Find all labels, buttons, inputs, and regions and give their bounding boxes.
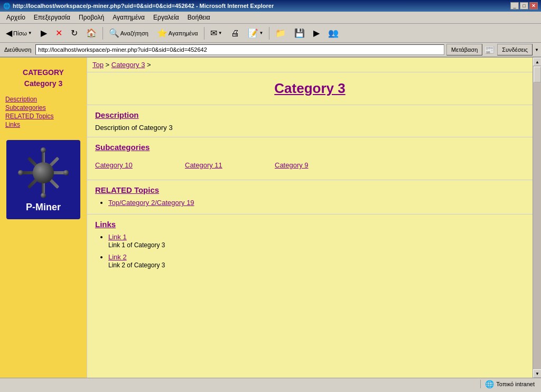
arm-ball-bottom [41,193,46,198]
edit-dropdown-icon[interactable]: ▼ [259,31,264,35]
intranet-icon: 🌐 [485,380,494,388]
search-icon: 🔍 [109,28,119,38]
window-controls[interactable]: _ □ ✕ [510,2,538,10]
sidebar-link-links[interactable]: Links [5,121,81,128]
separator [102,27,103,40]
sidebar-link-description[interactable]: Description [5,96,81,103]
link-1-name[interactable]: Link 2 [108,253,525,261]
edit-icon: 📝 [248,28,258,38]
related-section: RELATED Topics Top/Category 2/Category 1… [87,180,533,214]
folder-button[interactable]: 📁 [272,26,290,41]
arm-ball-left [18,170,23,175]
address-label: Διεύθυνση [2,46,33,53]
browser-content: CATEGORY Category 3 Description Subcateg… [0,58,541,378]
subcategory-link-1[interactable]: Category 11 [185,161,264,169]
subcategory-link-0[interactable]: Category 10 [95,161,174,169]
status-bar: 🌐 Τοπικό intranet [0,378,541,389]
mail-button[interactable]: ✉ ▼ [207,26,226,41]
scroll-track[interactable] [533,66,541,369]
arm-ball-top [41,147,46,153]
menu-file[interactable]: Αρχείο [2,13,30,22]
users-button[interactable]: 👥 [324,26,342,41]
separator3 [269,27,269,40]
breadcrumb-sep2: > [147,61,151,69]
category-title-section: Category 3 [87,72,533,105]
breadcrumb-top[interactable]: Top [92,61,104,69]
link-0-name[interactable]: Link 1 [108,233,525,241]
save-icon: 💾 [294,28,305,38]
links-list: Link 1 Link 1 of Category 3 Link 2 Link … [108,233,525,269]
link-1-desc: Link 2 of Category 3 [108,262,165,269]
mail-dropdown-icon[interactable]: ▼ [218,31,222,35]
subcategories-section: Subcategories Category 10 Category 11 Ca… [87,137,533,180]
related-list: Top/Category 2/Category 19 [108,199,525,207]
home-button[interactable]: 🏠 [82,26,100,41]
edit-button[interactable]: 📝 ▼ [244,26,267,41]
link-item-0: Link 1 Link 1 of Category 3 [108,233,525,249]
menu-favorites[interactable]: Αγαπημένα [108,13,149,22]
sidebar-link-related[interactable]: RELATED Topics [5,113,81,120]
menu-bar: Αρχείο Επεξεργασία Προβολή Αγαπημένα Εργ… [0,12,541,24]
menu-tools[interactable]: Εργαλεία [149,13,183,22]
subcategory-link-2[interactable]: Category 9 [275,161,354,169]
print-icon: 🖨 [231,29,239,38]
links-section: Links Link 1 Link 1 of Category 3 Link 2… [87,214,533,278]
go-button[interactable]: Μετάβαση [446,44,482,55]
arm-ball-right [63,170,69,175]
rss-icon: 📰 [484,45,495,55]
scroll-up-button[interactable]: ▲ [533,58,541,66]
refresh-button[interactable]: ↻ [67,26,81,41]
ie-icon: 🌐 [3,3,11,10]
sidebar: CATEGORY Category 3 Description Subcateg… [0,58,87,378]
stop-button[interactable]: ✕ [52,26,66,41]
page-wrapper: CATEGORY Category 3 Description Subcateg… [0,58,541,378]
menu-view[interactable]: Προβολή [74,13,108,22]
mail-icon: ✉ [210,28,217,38]
breadcrumb: Top > Category 3 > [87,58,533,72]
close-button[interactable]: ✕ [529,2,538,10]
print-button[interactable]: 🖨 [227,26,243,41]
forward-button[interactable]: ▶ [37,26,51,41]
save-button[interactable]: 💾 [291,26,309,41]
related-list-item: Top/Category 2/Category 19 [108,199,525,207]
sidebar-header: CATEGORY Category 3 [0,58,87,90]
home-icon: 🏠 [86,28,97,38]
title-bar-text: 🌐 http://localhost/workspace/p-miner.php… [3,3,274,10]
sidebar-link-subcategories[interactable]: Subcategories [5,104,81,111]
breadcrumb-category3[interactable]: Category 3 [111,61,145,69]
minimize-button[interactable]: _ [510,2,519,10]
menu-edit[interactable]: Επεξεργασία [30,13,74,22]
main-content-area: Top > Category 3 > Category 3 Descriptio… [87,58,533,378]
stop-icon: ✕ [55,28,62,38]
subcategories-heading: Subcategories [95,143,525,152]
connections-button[interactable]: Συνδέσεις [497,44,533,55]
sidebar-nav: Description Subcategories RELATED Topics… [0,90,87,135]
logo-text: P-Miner [26,202,61,213]
breadcrumb-sep1: > [106,61,111,69]
sidebar-category-label: CATEGORY [5,68,81,77]
address-bar: Διεύθυνση Μετάβαση 📰 Συνδέσεις ▼ [0,43,541,58]
media-icon: ▶ [313,28,320,38]
description-heading: Description [95,110,525,119]
users-icon: 👥 [328,28,339,38]
refresh-icon: ↻ [71,28,78,38]
connections-dropdown-icon[interactable]: ▼ [535,48,539,52]
maximize-button[interactable]: □ [520,2,528,10]
back-button[interactable]: ◀ Πίσω ▼ [2,26,36,41]
description-section: Description Description of Category 3 [87,105,533,137]
related-link-0[interactable]: Top/Category 2/Category 19 [108,199,194,207]
logo-sphere [33,162,54,183]
address-input[interactable] [35,44,444,55]
separator2 [204,27,204,40]
main-area: CATEGORY Category 3 Description Subcateg… [0,58,541,378]
search-button[interactable]: 🔍 Αναζήτηση [105,26,152,41]
back-icon: ◀ [6,28,12,38]
scroll-thumb[interactable] [534,67,541,82]
intranet-text: Τοπικό intranet [496,381,535,387]
scroll-down-button[interactable]: ▼ [533,369,541,378]
back-dropdown-icon[interactable]: ▼ [28,31,32,35]
menu-help[interactable]: Βοήθεια [183,13,214,22]
favorites-button[interactable]: ⭐ Αγαπημένα [153,26,202,41]
status-intranet: 🌐 Τοπικό intranet [480,380,539,388]
media-button[interactable]: ▶ [310,26,323,41]
